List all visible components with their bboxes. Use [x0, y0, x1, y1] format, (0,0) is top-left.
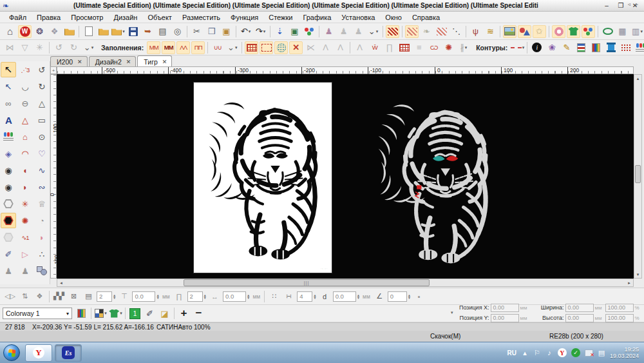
transform-more-icon[interactable]: ▪ — [412, 290, 426, 303]
flower-pot-icon[interactable]: ❀ — [545, 41, 558, 54]
contour-lines-icon[interactable]: ≡ — [412, 41, 426, 54]
tab-И200[interactable]: И200✕ — [50, 56, 88, 66]
spike-icon[interactable]: Λ — [319, 41, 332, 54]
digitize-nodes-icon[interactable]: ⋱ — [450, 25, 463, 38]
spike-2-icon[interactable]: Λ — [334, 41, 347, 54]
start-button[interactable] — [3, 344, 20, 361]
yandex-tray-icon[interactable]: Y — [558, 348, 567, 357]
reshape-tool[interactable]: ↖ — [1, 79, 16, 94]
ruler-grid-icon[interactable]: ▥▾ — [630, 25, 644, 38]
color-wheel-icon[interactable] — [303, 25, 316, 38]
palette-grid-icon[interactable]: ▾ — [94, 307, 108, 320]
outline-dash-icon[interactable]: ▾ — [511, 41, 524, 54]
crown-tool[interactable]: ♕ — [34, 196, 50, 211]
taskbar-yandex-button[interactable]: Y — [25, 344, 52, 362]
sunburst-fill-icon[interactable]: ✺ — [442, 41, 455, 54]
spinner-arrows[interactable]: ▲▼ — [247, 294, 250, 299]
horizontal-scrollbar[interactable]: ◂ ||| ▸ — [57, 279, 634, 287]
undo-icon[interactable]: ↶▾ — [239, 25, 252, 38]
ring-tool[interactable]: ◉ — [1, 162, 16, 178]
bird-release-icon[interactable]: ❖ — [48, 25, 61, 38]
fill-tatami-icon[interactable]: ΠΠ — [191, 41, 205, 54]
spinner-arrows[interactable]: ▲▼ — [357, 294, 360, 299]
tatami-sample-icon[interactable] — [405, 25, 419, 38]
taskbar-embroidery-button[interactable]: Es — [55, 344, 82, 362]
arc-digitize-tool[interactable]: ↺ — [34, 62, 50, 77]
color-dots-icon[interactable] — [582, 25, 595, 38]
copies-count-input[interactable]: 2▲▼ — [97, 291, 116, 302]
monogram-tool[interactable] — [1, 129, 16, 144]
mannequin-icon[interactable]: ♟ — [322, 25, 336, 38]
taskbar-clock[interactable]: 19:25 19.03.2024 — [610, 346, 639, 359]
node-count-tool[interactable]: ∿1 — [17, 230, 33, 245]
language-indicator[interactable]: RU — [507, 349, 516, 357]
print-preview-icon[interactable]: ◎ — [171, 25, 184, 38]
save-icon[interactable] — [126, 25, 140, 38]
menu-item-4[interactable]: Дизайн — [108, 13, 142, 22]
color-list-icon[interactable] — [574, 41, 588, 54]
open-file-icon[interactable] — [97, 25, 110, 38]
wilcom-logo-icon[interactable]: W — [18, 25, 32, 38]
export-design-icon[interactable]: ➥ — [141, 25, 155, 38]
mannequin-tool[interactable]: ♟ — [1, 263, 16, 279]
scroll-left-icon[interactable]: ◂ — [57, 279, 65, 286]
shape-group-tool[interactable] — [34, 263, 50, 279]
outline-leaf-icon[interactable]: ❧ — [420, 25, 433, 38]
stitch-dots-icon[interactable] — [619, 41, 632, 54]
vertical-spacing-icon[interactable]: ⊤ — [117, 290, 131, 303]
donut-preview-icon[interactable] — [552, 25, 565, 38]
thread-palette-icon[interactable] — [589, 41, 603, 54]
branching-icon[interactable]: ψ — [469, 25, 482, 38]
more-tools-chevron-icon[interactable]: ⌄▾ — [366, 25, 380, 38]
tab-close-icon[interactable]: ✕ — [77, 59, 82, 65]
underlay-rows-icon[interactable]: ∏ — [173, 290, 186, 303]
horizontal-scroll-thumb[interactable]: ||| — [184, 279, 430, 286]
freeline-2-tool[interactable]: ∾ — [34, 179, 50, 195]
colorway-select[interactable]: Colorway 1▾ — [3, 308, 72, 319]
overlap-rings-tool[interactable]: ∞ — [1, 95, 16, 111]
current-color-swatch[interactable]: 1 — [128, 307, 142, 320]
menu-item-10[interactable]: Установка — [336, 13, 380, 22]
stagger-icon[interactable]: ∷ — [267, 290, 281, 303]
field-value[interactable]: 100.00 — [605, 314, 634, 322]
stagger-2-icon[interactable]: ∺ — [282, 290, 296, 303]
tab-Тигр[interactable]: Тигр✕ — [137, 55, 172, 66]
shape-library-tool[interactable]: ♡ — [34, 146, 50, 161]
maximize-button[interactable]: ❐ — [614, 1, 627, 10]
fill-zigzag-icon[interactable]: ΛΛ — [176, 41, 190, 54]
crosshatch-icon[interactable]: ∦▾ — [457, 41, 470, 54]
spinner-arrows[interactable]: ▲▼ — [313, 294, 316, 299]
grid-icon[interactable]: ▦ — [616, 25, 629, 38]
mirror-column-icon[interactable]: ▤ — [82, 290, 95, 303]
distance-input[interactable]: 0.0▲▼ — [333, 291, 360, 302]
select-tool[interactable]: ↖ — [1, 62, 16, 77]
team-names-icon[interactable] — [634, 41, 644, 54]
flip-both-icon[interactable]: ❖ — [33, 290, 46, 303]
menu-item-11[interactable]: Окно — [380, 13, 407, 22]
vertical-spacing-input[interactable]: 0.0▲▼ — [132, 291, 159, 302]
split-shape-2-tool[interactable]: ◗ — [17, 179, 33, 195]
tray-expand-icon[interactable]: ▴ — [521, 349, 529, 357]
circle-center-tool[interactable]: ⊙ — [34, 129, 50, 144]
menu-item-8[interactable]: Стежки — [263, 13, 298, 22]
fills-chevron-icon[interactable]: ⌄▾ — [225, 41, 239, 54]
distance-icon[interactable]: d — [318, 290, 332, 303]
field-value[interactable]: 0.00 — [565, 304, 594, 312]
square-wave-icon[interactable]: ∏ — [383, 41, 396, 54]
hex-gray-tool[interactable] — [1, 230, 16, 245]
fill-meander-icon[interactable]: ∪∪ — [211, 41, 224, 54]
fill-satin-raised-icon[interactable]: ΜΜ — [162, 41, 175, 54]
field-value[interactable]: 100.00 — [605, 304, 634, 312]
pattern-fill-icon[interactable] — [245, 41, 258, 54]
motif-fill-icon[interactable] — [274, 41, 288, 54]
stagger-count-input[interactable]: 4▲▼ — [297, 291, 316, 302]
polyline-digitize-tool[interactable]: ⋰3 — [17, 62, 33, 77]
open-recent-icon[interactable]: ▾ — [111, 25, 125, 38]
spoke-wheel-tool[interactable]: ✺ — [17, 213, 33, 228]
hex-outline-tool[interactable] — [1, 196, 16, 211]
volume-icon[interactable]: ♪ — [545, 349, 553, 357]
mirror-kaleidoscope-icon[interactable]: ✳ — [33, 41, 46, 54]
hex-black-tool[interactable] — [1, 213, 16, 228]
wave-effect-icon[interactable]: Λ — [353, 41, 366, 54]
balloon-icon[interactable]: ❂ — [33, 25, 46, 38]
